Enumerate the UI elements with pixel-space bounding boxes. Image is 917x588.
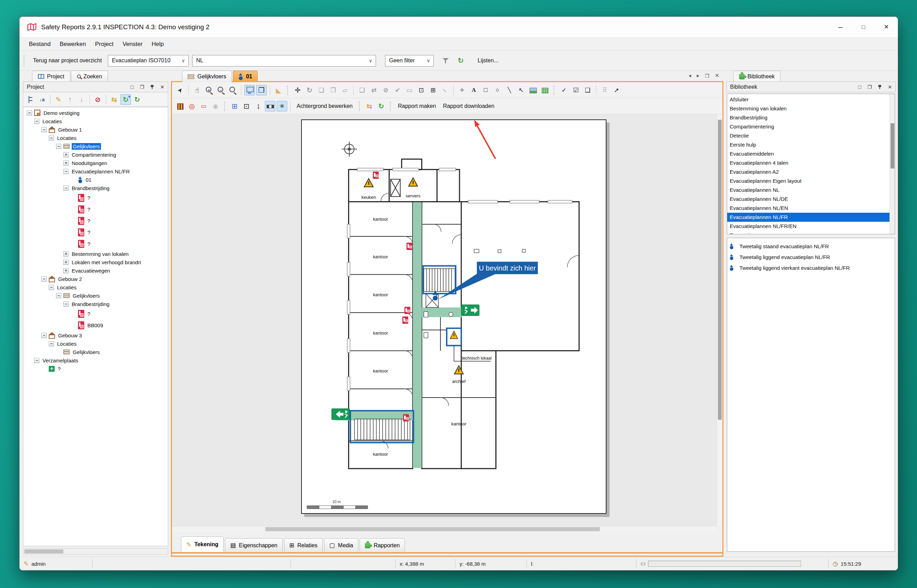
block-icon[interactable]: ⊘ [381, 85, 391, 95]
zoom-window-icon[interactable] [227, 85, 238, 95]
snap-object-icon[interactable]: ❏ [583, 85, 593, 95]
panel-pin-icon[interactable] [878, 85, 881, 89]
library-item-evacuatiewegen[interactable]: Evacuatiewegen [727, 231, 895, 234]
tree-item-gebouw-3[interactable]: −Gebouw 3 [25, 331, 168, 339]
tab-list-icon[interactable] [705, 73, 709, 79]
template-item-tweetalig-liggend-evacuatieplan-nl-fr[interactable]: Tweetalig liggend evacuatieplan NL/FR [729, 252, 893, 262]
library-item-evacuatieplannen-nl-en[interactable]: Evacuatieplannen NL/EN [727, 204, 895, 213]
collapse-expander[interactable]: − [63, 169, 69, 174]
rotate-icon[interactable]: ↻ [304, 85, 315, 95]
tree-item-item[interactable]: ? [25, 238, 168, 250]
library-item-eerste-hulp[interactable]: Eerste hulp [727, 140, 895, 149]
panel-float-icon[interactable] [140, 84, 144, 90]
panel-close-icon[interactable] [160, 84, 164, 90]
bring-forward-icon[interactable]: ❏ [316, 85, 326, 95]
move-down-icon[interactable]: ↓ [76, 94, 87, 105]
plan-type-select[interactable]: Evacuatieplan ISO7010 [108, 55, 189, 66]
close-button[interactable] [875, 17, 898, 37]
library-item-evacuatieplannen-nl[interactable]: Evacuatieplannen NL [727, 186, 895, 195]
tree-item-01[interactable]: 01 [25, 176, 168, 184]
collapse-expander[interactable]: − [63, 186, 69, 191]
fit-frame-icon[interactable]: ⊡ [241, 101, 252, 111]
library-item-detectie[interactable]: Detectie [727, 131, 895, 140]
panel-pin-icon[interactable] [150, 85, 154, 89]
tree-item-demo-vestiging[interactable]: −Demo vestiging [25, 108, 168, 117]
tab-scroll-right-icon[interactable] [697, 73, 699, 79]
scrollbar-thumb[interactable] [265, 527, 600, 531]
tree-item-item[interactable]: ? [25, 308, 168, 320]
left-tab-project[interactable]: Project [32, 71, 70, 82]
expand-expander[interactable]: + [63, 251, 69, 257]
library-item-brandbestrijding[interactable]: Brandbestrijding [727, 113, 895, 122]
scrollbar-thumb[interactable] [891, 123, 894, 168]
tree-item-compartimentering[interactable]: +Compartimentering [25, 150, 168, 159]
menu-project[interactable]: Project [90, 41, 118, 48]
tree-item-verzamelplaats[interactable]: −Verzamelplaats [25, 356, 168, 365]
expand-expander[interactable]: + [63, 152, 69, 157]
left-tab-zoeken[interactable]: Zoeken [71, 71, 108, 82]
north-icon[interactable]: ✳ [277, 101, 287, 111]
tree-item-locaties[interactable]: −Locaties [25, 117, 168, 125]
library-item-afsluiter[interactable]: Afsluiter [727, 95, 895, 104]
library-item-evacuatieplannen-a2[interactable]: Evacuatieplannen A2 [727, 168, 895, 176]
fit-screen-icon[interactable] [244, 85, 255, 95]
background-disc-icon[interactable]: ◉ [210, 101, 221, 111]
report-download-button[interactable]: Rapport downloaden [440, 103, 497, 109]
select-frame-icon[interactable]: ⊡ [416, 85, 426, 95]
tree-item-nooduitgangen[interactable]: +Nooduitgangen [25, 159, 168, 167]
reshape-icon[interactable]: ▱ [340, 85, 350, 95]
collapse-expander[interactable]: − [63, 302, 69, 307]
collapse-expander[interactable]: − [49, 136, 54, 141]
tree-item-locaties[interactable]: −Locaties [25, 134, 168, 142]
background-target-icon[interactable]: ◎ [187, 101, 197, 111]
library-item-evacuatiemiddelen[interactable]: Evacuatiemiddelen [727, 149, 895, 158]
tree-item-locaties[interactable]: −Locaties [25, 283, 168, 291]
toolbar-grip[interactable] [24, 55, 26, 66]
send-backward-icon[interactable]: ❐ [328, 85, 338, 95]
tree-item-brandbestrijding[interactable]: −Brandbestrijding [25, 184, 168, 192]
grid-blue-icon[interactable]: ⊞ [229, 101, 240, 111]
report-make-button[interactable]: Rapport maken [395, 103, 439, 109]
table-icon[interactable] [539, 85, 550, 95]
resize-icon[interactable]: ⇔ [438, 82, 452, 97]
view-tab-eigenschappen[interactable]: ▤Eigenschappen [225, 538, 283, 552]
canvas-horizontal-scrollbar[interactable] [172, 526, 717, 532]
measure-icon[interactable]: ◣ [273, 85, 284, 95]
background-region-icon[interactable]: ▭ [199, 101, 209, 111]
refresh-icon[interactable]: ↻ [132, 94, 142, 105]
collapse-expander[interactable]: − [49, 341, 54, 346]
tree-item-evacuatieplannen-nl-fr[interactable]: −Evacuatieplannen NL/FR [25, 167, 168, 176]
library-item-evacuatieplannen-nl-fr-en[interactable]: Evacuatieplannen NL/FR/EN [727, 222, 895, 231]
menu-bestand[interactable]: Bestand [24, 41, 55, 48]
zoom-in-icon[interactable]: + [203, 85, 214, 95]
filter-settings-icon[interactable] [442, 57, 449, 64]
transfer-icon[interactable]: ⇆ [109, 94, 119, 105]
view-tab-rapporten[interactable]: Rapporten [360, 538, 405, 552]
tree-item-gebouw-1[interactable]: −Gebouw 1 [25, 125, 168, 134]
snap-line-icon[interactable]: ✓ [559, 85, 569, 95]
sort-tree-icon[interactable] [26, 94, 36, 105]
collapse-expander[interactable]: − [56, 144, 61, 149]
library-item-compartimentering[interactable]: Compartimentering [727, 122, 895, 131]
edit-labels-icon[interactable]: ✎ [53, 94, 64, 105]
collapse-expander[interactable]: − [34, 119, 39, 124]
replace-icon[interactable]: ⇄ [369, 85, 379, 95]
scrollbar-thumb[interactable] [24, 549, 63, 554]
back-to-project-overview-button[interactable]: Terug naar project overzicht [30, 57, 105, 64]
sort-alpha-icon[interactable]: ↓a [37, 94, 47, 105]
library-item-evacuatieplannen-nl-de[interactable]: Evacuatieplannen NL/DE [727, 195, 895, 204]
filter-select[interactable]: Geen filter [385, 55, 434, 66]
collapse-expander[interactable]: − [34, 358, 39, 363]
rectangle-icon[interactable]: □ [480, 85, 491, 95]
tree-item-item[interactable]: ? [25, 227, 168, 238]
exit-sign-left-icon[interactable] [332, 409, 350, 420]
tree-item-gebouw-2[interactable]: −Gebouw 2 [25, 275, 168, 283]
menu-venster[interactable]: Venster [118, 41, 147, 48]
tree-item-item[interactable]: ? [25, 204, 168, 215]
scalebar-icon[interactable] [265, 101, 275, 111]
pointer-jump-icon[interactable]: ➚ [611, 85, 622, 95]
expand-expander[interactable]: + [63, 268, 69, 273]
tree-item-item[interactable]: ? [25, 365, 168, 373]
template-item-tweetalig-liggend-vierkant-evacuatieplan-nl-fr[interactable]: Tweetalig liggend vierkant evacuatieplan… [729, 262, 893, 273]
ellipse-icon[interactable]: ○ [492, 85, 503, 95]
